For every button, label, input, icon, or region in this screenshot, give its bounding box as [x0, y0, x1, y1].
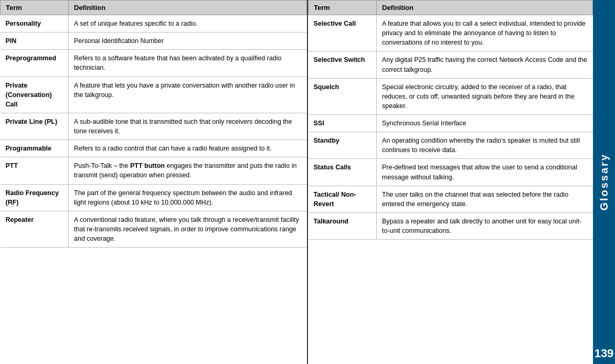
right-definition-cell: Any digital P25 traffic having the corre…	[377, 51, 593, 78]
left-term-cell: Repeater	[1, 211, 69, 247]
left-table-row: Private Line (PL)A sub-audible tone that…	[1, 113, 307, 140]
right-term-cell: SSI	[309, 115, 377, 132]
left-table-row: PTTPush-To-Talk – the PTT button engages…	[1, 157, 307, 184]
left-definition-cell: A feature that lets you have a private c…	[69, 77, 307, 113]
right-table-section: Term Definition Selective CallA feature …	[308, 0, 593, 364]
right-definition-cell: A feature that allows you to call a sele…	[377, 15, 593, 51]
right-table-row: Status CallsPre-defined text messages th…	[309, 159, 593, 186]
left-term-cell: Private (Conversation) Call	[1, 77, 69, 113]
right-term-cell: Status Calls	[309, 159, 377, 186]
right-table-row: SSISynchronous Serial Interface	[309, 115, 593, 132]
right-glossary-table: Term Definition Selective CallA feature …	[308, 0, 593, 240]
left-table-row: ProgrammableRefers to a radio control th…	[1, 140, 307, 157]
right-table-row: TalkaroundBypass a repeater and talk dir…	[309, 212, 593, 239]
left-term-cell: PTT	[1, 157, 69, 184]
left-table-row: Private (Conversation) CallA feature tha…	[1, 77, 307, 113]
right-definition-cell: Synchronous Serial Interface	[377, 115, 593, 132]
left-definition-cell: Push-To-Talk – the PTT button engages th…	[69, 157, 307, 184]
right-term-cell: Standby	[309, 132, 377, 159]
left-table-section: Term Definition PersonalityA set of uniq…	[0, 0, 308, 364]
left-term-cell: Private Line (PL)	[1, 113, 69, 140]
right-definition-cell: The user talks on the channel that was s…	[377, 186, 593, 212]
left-term-cell: Personality	[1, 15, 69, 33]
left-definition-cell: Refers to a software feature that has be…	[69, 50, 307, 77]
right-term-cell: Squelch	[309, 78, 377, 114]
right-table-row: StandbyAn operating condition whereby th…	[309, 132, 593, 159]
page-number: 139	[593, 343, 615, 364]
left-definition-cell: A conventional radio feature, where you …	[69, 211, 307, 247]
right-term-cell: Talkaround	[309, 212, 377, 239]
left-definition-cell: Refers to a radio control that can have …	[69, 140, 307, 157]
right-term-cell: Tactical/ Non-Revert	[309, 186, 377, 212]
right-definition-header: Definition	[377, 1, 593, 15]
right-table-row: SquelchSpecial electronic circuitry, add…	[309, 78, 593, 114]
right-definition-cell: Bypass a repeater and talk directly to a…	[377, 212, 593, 239]
left-definition-cell: A set of unique features specific to a r…	[69, 15, 307, 33]
left-term-cell: Preprogrammed	[1, 50, 69, 77]
glossary-label: Glossary	[598, 153, 610, 211]
left-definition-cell: The part of the general frequency spectr…	[69, 184, 307, 211]
right-definition-cell: An operating condition whereby the radio…	[377, 132, 593, 159]
left-term-header: Term	[1, 1, 69, 15]
left-table-row: RepeaterA conventional radio feature, wh…	[1, 211, 307, 247]
left-term-cell: Programmable	[1, 140, 69, 157]
right-table-row: Selective SwitchAny digital P25 traffic …	[309, 51, 593, 78]
left-table-row: PersonalityA set of unique features spec…	[1, 15, 307, 33]
right-definition-cell: Pre-defined text messages that allow the…	[377, 159, 593, 186]
left-table-row: Radio Frequency (RF)The part of the gene…	[1, 184, 307, 211]
left-definition-cell: Personal Identification Number	[69, 33, 307, 50]
left-definition-cell: A sub-audible tone that is transmitted s…	[69, 113, 307, 140]
left-table-row: PINPersonal Identification Number	[1, 33, 307, 50]
left-term-cell: PIN	[1, 33, 69, 50]
left-term-cell: Radio Frequency (RF)	[1, 184, 69, 211]
right-term-cell: Selective Call	[309, 15, 377, 51]
left-glossary-table: Term Definition PersonalityA set of uniq…	[0, 0, 307, 248]
right-table-row: Selective CallA feature that allows you …	[309, 15, 593, 51]
right-definition-cell: Special electronic circuitry, added to t…	[377, 78, 593, 114]
right-term-header: Term	[309, 1, 377, 15]
left-table-row: PreprogrammedRefers to a software featur…	[1, 50, 307, 77]
glossary-sidebar: Glossary	[593, 0, 615, 364]
right-section: Term Definition Selective CallA feature …	[308, 0, 615, 364]
left-definition-header: Definition	[69, 1, 307, 15]
right-table-row: Tactical/ Non-RevertThe user talks on th…	[309, 186, 593, 212]
page-container: Term Definition PersonalityA set of uniq…	[0, 0, 615, 364]
right-term-cell: Selective Switch	[309, 51, 377, 78]
